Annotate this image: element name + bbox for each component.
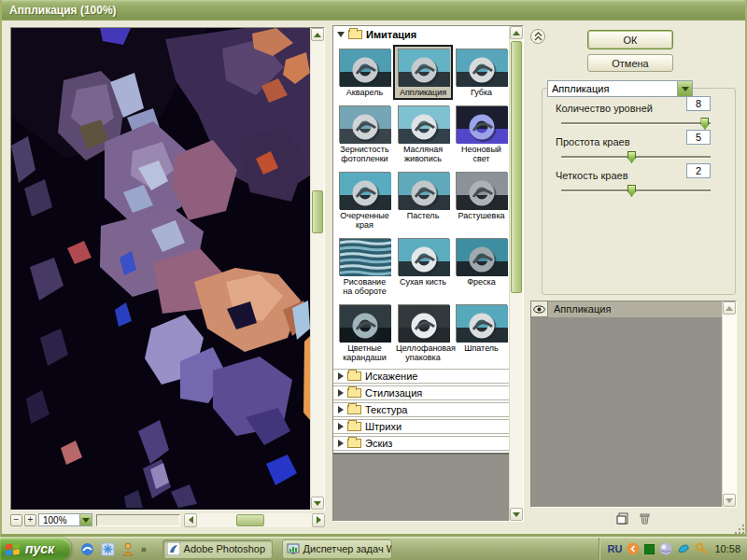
slider-value-input[interactable]: 2 <box>686 163 711 178</box>
filter-thumb-14[interactable]: Целлофановая упаковка <box>393 301 453 365</box>
effect-layers-empty-area <box>531 317 722 507</box>
cancel-button[interactable]: Отмена <box>587 54 673 72</box>
quick-launch-overflow-chevron[interactable]: » <box>141 544 147 554</box>
green-square-tray-icon[interactable] <box>644 544 655 554</box>
scroll-up-button[interactable] <box>510 26 523 39</box>
filter-thumb-label: Масляная живопись <box>396 145 450 163</box>
scroll-up-button[interactable] <box>723 301 736 315</box>
slider-track[interactable] <box>561 122 711 124</box>
filter-thumb-9[interactable]: Растушевка <box>453 168 509 232</box>
scroll-up-button[interactable] <box>311 28 324 41</box>
scrollbar-track[interactable] <box>510 39 523 508</box>
quick-launch-snowflake-icon[interactable] <box>101 542 115 556</box>
collapse-panel-button[interactable] <box>530 29 545 44</box>
filter-thumb-7[interactable]: Очерченные края <box>336 168 393 232</box>
filter-thumb-image <box>456 105 507 143</box>
arrow-down-icon <box>314 501 321 510</box>
slider-row-2: Простота краев5 <box>556 133 724 162</box>
filter-browser-panel: Имитация АкварельАппликацияГубкаЗернисто… <box>332 25 524 522</box>
scroll-down-button[interactable] <box>311 497 324 510</box>
scrollbar-thumb[interactable] <box>312 190 323 233</box>
category-row-3[interactable]: Текстура <box>333 402 509 417</box>
window-title: Аппликация (100%) <box>9 4 117 17</box>
slider-track[interactable] <box>561 189 711 191</box>
slider-track[interactable] <box>561 156 711 158</box>
language-indicator[interactable]: RU <box>608 543 623 554</box>
filter-thumb-image <box>398 172 449 209</box>
filter-thumb-13[interactable]: Цветные карандаши <box>336 301 393 365</box>
filter-thumb-3[interactable]: Губка <box>453 45 509 100</box>
filter-thumb-4[interactable]: Зернистость фотопленки <box>336 102 393 166</box>
filter-thumb-8[interactable]: Пастель <box>393 168 453 232</box>
filter-thumb-11[interactable]: Сухая кисть <box>393 234 453 299</box>
scroll-down-button[interactable] <box>723 494 736 507</box>
effect-layer-actions <box>530 511 737 525</box>
filter-thumb-15[interactable]: Шпатель <box>453 301 509 365</box>
task-button-2[interactable]: Диспетчер задач Wi... <box>282 539 392 559</box>
scroll-right-button[interactable] <box>312 513 325 527</box>
filter-thumb-label: Сухая кисть <box>400 277 446 287</box>
scrollbar-track[interactable] <box>311 41 324 497</box>
slider-value-input[interactable]: 5 <box>686 130 711 145</box>
zoom-in-button[interactable]: + <box>24 514 36 526</box>
filter-list-scrollbar[interactable] <box>509 26 523 521</box>
quick-launch-figure-icon[interactable] <box>121 542 134 556</box>
scrollbar-thumb[interactable] <box>236 514 264 526</box>
category-row-2[interactable]: Стилизация <box>333 385 509 400</box>
slider-value-input[interactable]: 8 <box>686 96 711 111</box>
preview-vertical-scrollbar[interactable] <box>310 28 324 510</box>
new-effect-layer-button[interactable] <box>616 511 629 525</box>
zoom-out-button[interactable]: − <box>10 514 22 526</box>
filter-thumb-image <box>339 172 390 209</box>
scroll-down-button[interactable] <box>510 508 523 521</box>
category-label: Эскиз <box>365 438 392 449</box>
eye-icon <box>533 305 545 314</box>
scrollbar-track[interactable] <box>197 513 312 527</box>
effect-layers-scrollbar[interactable] <box>722 301 736 507</box>
visibility-toggle[interactable] <box>531 301 548 317</box>
task-button-1[interactable]: Adobe Photoshop <box>162 539 273 559</box>
category-row-5[interactable]: Эскиз <box>333 436 509 451</box>
zoom-level-value: 100% <box>43 515 67 525</box>
filter-thumb-12[interactable]: Фреска <box>453 234 509 299</box>
preview-status-strip <box>96 514 180 526</box>
filter-thumb-5[interactable]: Масляная живопись <box>393 102 453 166</box>
slider-thumb[interactable] <box>700 118 709 130</box>
scroll-left-button[interactable] <box>184 513 197 527</box>
swirl-tray-icon[interactable] <box>677 542 690 555</box>
filter-select-dropdown[interactable]: Аппликация <box>547 80 693 97</box>
quick-launch-messenger-icon[interactable] <box>80 542 94 556</box>
hide-icons-chevron[interactable] <box>627 542 640 555</box>
filter-thumb-6[interactable]: Неоновый свет <box>453 102 509 166</box>
category-row-4[interactable]: Штрихи <box>333 419 509 434</box>
window-titlebar[interactable]: Аппликация (100%) <box>2 0 745 21</box>
preview-image[interactable] <box>11 28 310 510</box>
filter-thumb-label: Целлофановая упаковка <box>396 343 450 362</box>
clock[interactable]: 10:58 <box>714 543 740 554</box>
category-imitation-header[interactable]: Имитация <box>333 26 509 43</box>
chevron-down-icon <box>82 518 90 526</box>
slider-thumb[interactable] <box>627 185 636 197</box>
delete-effect-layer-button[interactable] <box>639 511 652 525</box>
preview-horizontal-scrollbar[interactable] <box>184 513 325 527</box>
slider-thumb[interactable] <box>627 151 636 163</box>
category-row-1[interactable]: Искажение <box>333 369 509 384</box>
scrollbar-thumb[interactable] <box>511 41 522 293</box>
double-chevron-up-icon <box>534 32 543 41</box>
filter-thumb-2[interactable]: Аппликация <box>393 45 453 100</box>
filter-thumb-image <box>339 238 390 275</box>
filter-thumb-1[interactable]: Акварель <box>336 45 393 100</box>
sphere-tray-icon[interactable] <box>659 542 672 555</box>
zoom-level-dropdown[interactable]: 100% <box>38 513 92 526</box>
collapsed-arrow-icon <box>338 440 344 447</box>
dropdown-button[interactable] <box>79 514 92 525</box>
effect-layer-row[interactable]: Аппликация <box>531 301 722 317</box>
dropdown-button[interactable] <box>677 81 692 96</box>
filter-thumb-10[interactable]: Рисование на обороте <box>336 234 393 299</box>
key-tray-icon[interactable] <box>695 542 708 555</box>
arrow-down-icon <box>513 512 520 521</box>
start-button[interactable]: пуск <box>0 538 71 560</box>
desktop: Аппликация (100%) <box>0 0 747 560</box>
ok-button[interactable]: ОК <box>587 30 673 49</box>
filter-thumb-image <box>398 238 449 275</box>
